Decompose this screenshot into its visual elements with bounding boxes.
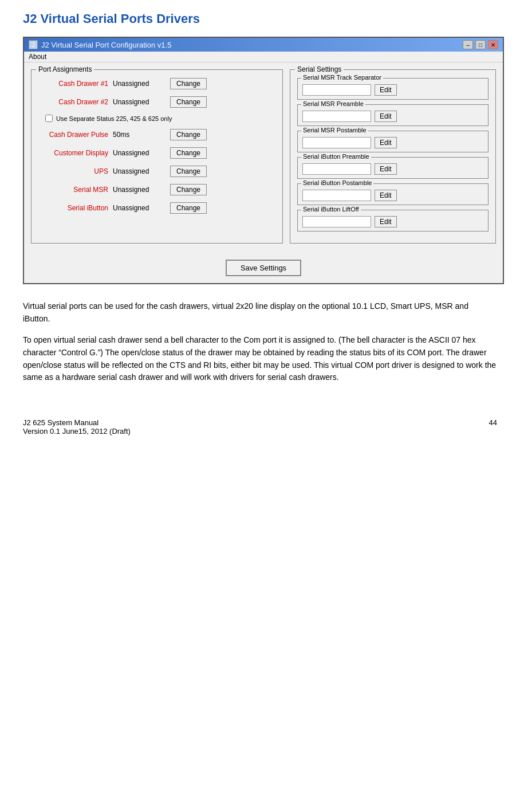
- maximize-button[interactable]: □: [475, 40, 486, 49]
- separate-status-checkbox[interactable]: [45, 115, 53, 122]
- change-serial-ibutton-button[interactable]: Change: [170, 202, 207, 214]
- change-cash-drawer-2-button[interactable]: Change: [170, 96, 207, 108]
- menu-about[interactable]: About: [29, 53, 46, 61]
- edit-serial-ibutton-liftoff-button[interactable]: Edit: [375, 216, 397, 227]
- change-cash-drawer-pulse-button[interactable]: Change: [170, 129, 207, 140]
- window-icon: J: [29, 40, 38, 49]
- serial-msr-track-separator-legend: Serial MSR Track Separator: [301, 74, 383, 81]
- save-settings-button[interactable]: Save Settings: [226, 260, 301, 276]
- serial-msr-postamble-legend: Serial MSR Postamble: [301, 127, 368, 134]
- footer-left: J2 625 System Manual Version 0.1 June15,…: [23, 418, 131, 436]
- port-row-serial-ibutton: Serial iButton Unassigned Change: [38, 202, 275, 214]
- label-customer-display: Customer Display: [38, 149, 113, 157]
- serial-msr-postamble-input[interactable]: [302, 137, 371, 148]
- serial-ibutton-liftoff-input[interactable]: [302, 216, 371, 227]
- port-row-serial-msr: Serial MSR Unassigned Change: [38, 184, 275, 195]
- serial-ibutton-liftoff-legend: Serial iButton LiftOff: [301, 206, 361, 213]
- value-cash-drawer-2: Unassigned: [113, 98, 170, 106]
- port-row-cash-drawer-pulse: Cash Drawer Pulse 50ms Change: [38, 129, 275, 140]
- serial-ibutton-postamble-input[interactable]: [302, 190, 371, 201]
- label-serial-msr: Serial MSR: [38, 186, 113, 194]
- separate-status-row: Use Separate Status 225, 425 & 625 only: [45, 115, 275, 122]
- footer-right: 44: [489, 418, 497, 436]
- edit-serial-ibutton-preamble-button[interactable]: Edit: [375, 163, 397, 175]
- port-row-cash-drawer-1: Cash Drawer #1 Unassigned Change: [38, 78, 275, 89]
- value-cash-drawer-1: Unassigned: [113, 80, 170, 88]
- edit-serial-ibutton-postamble-button[interactable]: Edit: [375, 190, 397, 201]
- change-ups-button[interactable]: Change: [170, 166, 207, 177]
- serial-ibutton-liftoff-group: Serial iButton LiftOff Edit: [297, 210, 489, 232]
- serial-msr-preamble-legend: Serial MSR Preamble: [301, 100, 365, 107]
- close-button[interactable]: ✕: [488, 40, 498, 49]
- value-cash-drawer-pulse: 50ms: [113, 131, 170, 139]
- window-titlebar: J J2 Virtual Serial Port Configuration v…: [24, 38, 503, 52]
- window-controls[interactable]: – □ ✕: [463, 40, 498, 49]
- serial-ibutton-preamble-group: Serial iButton Preamble Edit: [297, 157, 489, 179]
- label-cash-drawer-2: Cash Drawer #2: [38, 98, 113, 106]
- port-row-cash-drawer-2: Cash Drawer #2 Unassigned Change: [38, 96, 275, 108]
- serial-settings-legend: Serial Settings: [295, 65, 344, 73]
- change-serial-msr-button[interactable]: Change: [170, 184, 207, 195]
- edit-serial-msr-track-separator-button[interactable]: Edit: [375, 84, 397, 96]
- window-menubar: About: [24, 52, 503, 62]
- value-serial-ibutton: Unassigned: [113, 204, 170, 212]
- serial-settings-group: Serial Settings Serial MSR Track Separat…: [290, 69, 496, 244]
- edit-serial-msr-preamble-button[interactable]: Edit: [375, 111, 397, 122]
- change-cash-drawer-1-button[interactable]: Change: [170, 78, 207, 89]
- change-customer-display-button[interactable]: Change: [170, 147, 207, 159]
- body-paragraph-1: Virtual serial ports can be used for the…: [23, 300, 497, 325]
- serial-msr-postamble-group: Serial MSR Postamble Edit: [297, 131, 489, 152]
- serial-ibutton-postamble-legend: Serial iButton Postamble: [301, 179, 373, 186]
- value-ups: Unassigned: [113, 167, 170, 175]
- body-paragraph-2: To open virtual serial cash drawer send …: [23, 334, 497, 384]
- save-settings-row: Save Settings: [24, 250, 503, 283]
- label-serial-ibutton: Serial iButton: [38, 204, 113, 212]
- serial-ibutton-preamble-legend: Serial iButton Preamble: [301, 153, 371, 160]
- serial-ibutton-postamble-group: Serial iButton Postamble Edit: [297, 183, 489, 205]
- port-assignments-legend: Port Assignments: [36, 65, 94, 73]
- window-title: J2 Virtual Serial Port Configuration v1.…: [41, 41, 171, 49]
- app-window: J J2 Virtual Serial Port Configuration v…: [23, 37, 504, 284]
- port-row-customer-display: Customer Display Unassigned Change: [38, 147, 275, 159]
- serial-ibutton-preamble-input[interactable]: [302, 163, 371, 175]
- port-assignments-group: Port Assignments Cash Drawer #1 Unassign…: [31, 69, 283, 244]
- label-cash-drawer-pulse: Cash Drawer Pulse: [38, 131, 113, 139]
- page-title: J2 Virtual Serial Ports Drivers: [23, 11, 497, 26]
- label-ups: UPS: [38, 167, 113, 175]
- label-cash-drawer-1: Cash Drawer #1: [38, 80, 113, 88]
- serial-msr-track-separator-input[interactable]: [302, 84, 371, 96]
- separate-status-label: Use Separate Status 225, 425 & 625 only: [56, 115, 172, 122]
- minimize-button[interactable]: –: [463, 40, 473, 49]
- value-serial-msr: Unassigned: [113, 186, 170, 194]
- value-customer-display: Unassigned: [113, 149, 170, 157]
- edit-serial-msr-postamble-button[interactable]: Edit: [375, 137, 397, 148]
- serial-msr-preamble-group: Serial MSR Preamble Edit: [297, 104, 489, 126]
- footer: J2 625 System Manual Version 0.1 June15,…: [23, 418, 497, 436]
- port-row-ups: UPS Unassigned Change: [38, 166, 275, 177]
- serial-msr-preamble-input[interactable]: [302, 111, 371, 122]
- serial-msr-track-separator-group: Serial MSR Track Separator Edit: [297, 78, 489, 100]
